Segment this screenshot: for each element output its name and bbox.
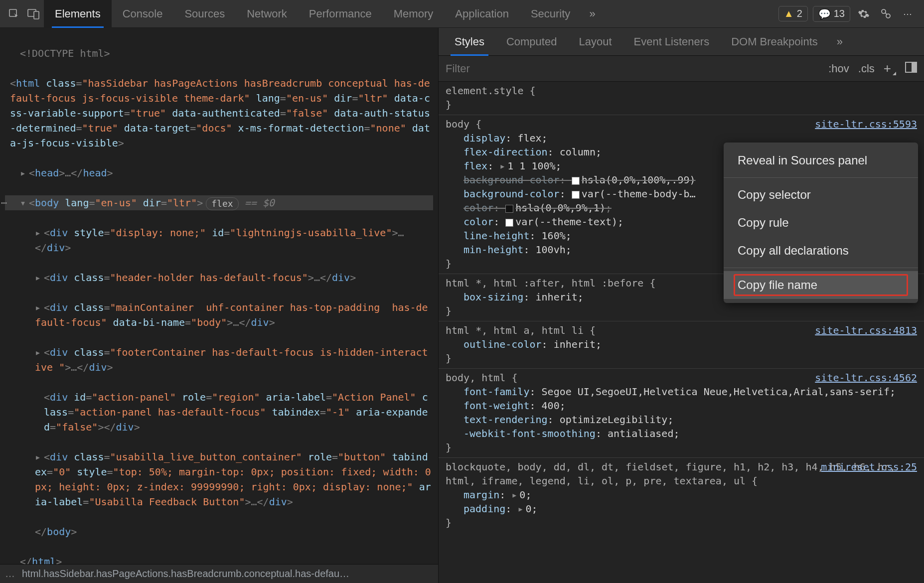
dom-tree[interactable]: <!DOCTYPE html> <html class="hasSidebar …	[0, 28, 438, 564]
div-node[interactable]: <div id="action-panel" role="region" ari…	[5, 390, 433, 435]
body-node-selected[interactable]: ⋯▾<body lang="en-us" dir="ltr">flex== $0	[5, 195, 433, 210]
selector[interactable]: html *, html :after, html :before	[446, 277, 643, 289]
styles-panel: Styles Computed Layout Event Listeners D…	[439, 28, 924, 583]
selector[interactable]: body	[446, 118, 469, 130]
body-close-node[interactable]: </body>	[5, 524, 433, 539]
warnings-count: 2	[797, 8, 802, 19]
tab-performance[interactable]: Performance	[298, 0, 383, 28]
cm-copy-rule[interactable]: Copy rule	[724, 209, 918, 237]
filter-input[interactable]	[446, 62, 819, 75]
new-rule-icon[interactable]: +	[884, 61, 896, 76]
cls-toggle[interactable]: .cls	[858, 62, 875, 75]
device-toggle-icon[interactable]	[24, 4, 44, 24]
div-node[interactable]: ▸<div class="header-holder has-default-f…	[5, 270, 433, 285]
breadcrumb-node[interactable]: html.hasSidebar.hasPageActions.hasBreadc…	[22, 568, 349, 580]
expand-icon[interactable]: ▸	[517, 502, 525, 516]
main-tabs: Elements Console Sources Network Perform…	[44, 0, 778, 28]
toolbar-right: ▲2 💬13 ⋯	[778, 5, 920, 22]
computed-panel-icon[interactable]	[905, 62, 917, 76]
svg-point-4	[886, 14, 890, 18]
rule-body-html[interactable]: site-ltr.css:4562 body, html { font-fami…	[439, 368, 924, 457]
cm-reveal-sources[interactable]: Reveal in Sources panel	[724, 146, 918, 174]
tab-application[interactable]: Application	[444, 0, 520, 28]
tab-console[interactable]: Console	[112, 0, 174, 28]
head-node[interactable]: ▸<head>…</head>	[5, 165, 433, 180]
context-menu: Reveal in Sources panel Copy selector Co…	[724, 143, 918, 303]
breadcrumb[interactable]: … html.hasSidebar.hasPageActions.hasBrea…	[0, 564, 438, 583]
message-icon: 💬	[818, 8, 831, 20]
tab-memory[interactable]: Memory	[383, 0, 444, 28]
tab-network[interactable]: Network	[236, 0, 298, 28]
flex-pill: flex	[206, 197, 238, 210]
cm-copy-file-name[interactable]: Copy file name	[724, 271, 918, 299]
tab-elements[interactable]: Elements	[44, 0, 112, 28]
cm-copy-all-declarations[interactable]: Copy all declarations	[724, 237, 918, 265]
hov-toggle[interactable]: :hov	[828, 62, 849, 75]
more-icon[interactable]: ⋯	[899, 5, 916, 22]
selector[interactable]: html *, html a, html li	[446, 324, 584, 336]
rule-html-outline[interactable]: site-ltr.css:4813 html *, html a, html l…	[439, 321, 924, 368]
source-link[interactable]: minireset.css:25	[821, 460, 917, 474]
div-node[interactable]: ▸<div class="mainContainer uhf-container…	[5, 300, 433, 330]
tab-computed[interactable]: Computed	[495, 28, 568, 56]
color-swatch[interactable]	[572, 191, 580, 199]
inspect-icon[interactable]	[4, 4, 24, 24]
warnings-badge[interactable]: ▲2	[778, 6, 808, 21]
messages-count: 13	[834, 8, 845, 19]
subtabs-overflow-icon[interactable]: »	[829, 35, 851, 48]
separator	[724, 268, 918, 268]
html-close-node[interactable]: </html>	[5, 554, 433, 564]
dock-icon[interactable]	[877, 5, 894, 22]
separator	[724, 177, 918, 178]
rule-minireset[interactable]: minireset.css:25 blockquote, body, dd, d…	[439, 457, 924, 533]
color-swatch[interactable]	[572, 177, 580, 185]
div-node[interactable]: ▸<div class="footerContainer has-default…	[5, 345, 433, 375]
filter-toolbar: :hov .cls +	[439, 56, 924, 82]
eq-dollar-zero: == $0	[245, 197, 275, 209]
tab-security[interactable]: Security	[520, 0, 581, 28]
doctype-node[interactable]: <!DOCTYPE html>	[20, 47, 110, 59]
workspace: <!DOCTYPE html> <html class="hasSidebar …	[0, 28, 924, 583]
tab-layout[interactable]: Layout	[568, 28, 622, 56]
breadcrumb-ellipsis[interactable]: …	[5, 568, 15, 580]
tab-styles[interactable]: Styles	[444, 28, 495, 56]
tabs-overflow-icon[interactable]: »	[581, 7, 603, 20]
warning-icon: ▲	[784, 8, 794, 19]
source-link[interactable]: site-ltr.css:4813	[815, 323, 917, 337]
ellipsis-icon: ⋯	[1, 195, 7, 210]
color-swatch[interactable]	[505, 205, 513, 213]
tab-dom-breakpoints[interactable]: DOM Breakpoints	[720, 28, 829, 56]
expand-icon[interactable]: ▸	[499, 159, 507, 173]
cm-copy-selector[interactable]: Copy selector	[724, 181, 918, 209]
gear-icon[interactable]	[855, 5, 872, 22]
div-node[interactable]: ▸<div class="usabilla_live_button_contai…	[5, 449, 433, 509]
div-node[interactable]: ▸<div style="display: none;" id="lightni…	[5, 225, 433, 255]
selector[interactable]: element.style	[446, 85, 524, 97]
svg-rect-2	[34, 11, 39, 19]
expand-icon[interactable]: ▸	[511, 488, 519, 502]
tab-event-listeners[interactable]: Event Listeners	[623, 28, 721, 56]
sidebar-tabs: Styles Computed Layout Event Listeners D…	[439, 28, 924, 56]
rule-element-style[interactable]: element.style { }	[439, 82, 924, 115]
source-link[interactable]: site-ltr.css:4562	[815, 371, 917, 385]
source-link[interactable]: site-ltr.css:5593	[815, 117, 917, 131]
messages-badge[interactable]: 💬13	[813, 6, 850, 22]
html-node[interactable]: <html class="hasSidebar hasPageActions h…	[5, 76, 433, 150]
tab-sources[interactable]: Sources	[173, 0, 236, 28]
devtools-toolbar: Elements Console Sources Network Perform…	[0, 0, 924, 28]
color-swatch[interactable]	[505, 219, 513, 227]
elements-panel: <!DOCTYPE html> <html class="hasSidebar …	[0, 28, 439, 583]
selector[interactable]: body, html	[446, 372, 505, 384]
